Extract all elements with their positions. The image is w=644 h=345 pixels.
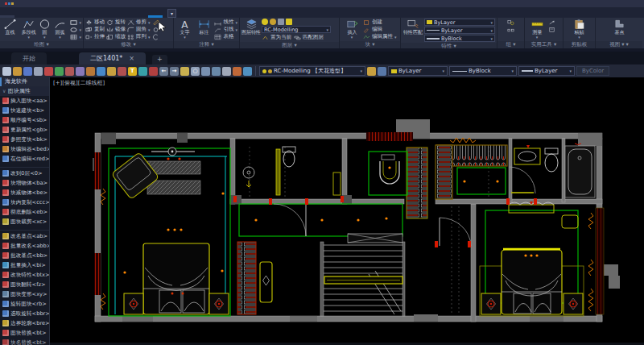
panel-title-layers[interactable]: 图层 ▾ [240,42,339,48]
calculator-icon[interactable] [222,67,231,76]
circle-button[interactable]: 圆▾ [39,19,51,39]
panel-title-block[interactable]: 块 ▾ [340,41,400,48]
sidebar-title[interactable]: 海龙软件 [0,77,49,86]
measure-button[interactable]: 测量▾ [526,19,547,39]
layer-freeze-icon[interactable] [270,19,276,25]
make-current-button[interactable]: 置为当前 [262,34,291,41]
copy-icon[interactable] [97,67,105,76]
group-button[interactable] [507,19,514,26]
zoom-icon[interactable]: ○ [191,67,200,76]
sidebar-item[interactable]: 图块变形<xy> [0,289,49,299]
image-icon[interactable] [149,67,158,76]
ribbon-linetype-combo[interactable]: ByLayer▾ [424,27,495,34]
tab-overflow-button[interactable]: ▾ [167,9,176,18]
panel-title-properties[interactable]: 特性 ▾ [401,43,497,48]
hatch-button[interactable]: ▾ [70,33,81,40]
sidebar-item[interactable]: 批量改名<abb> [0,241,49,251]
linear-dim-button[interactable]: 线性▾ [214,19,237,26]
ribbon-lineweight-combo[interactable]: ByBlock▾ [424,35,495,42]
edit-block-button[interactable]: 编辑 [363,26,397,33]
fillet-button[interactable]: 圆角▾ [127,26,151,33]
tab-drawing[interactable]: 二区1401* × [79,52,146,64]
sidebar-item[interactable]: 图块替换<bt> [0,328,49,338]
viewport-controls[interactable]: [+][俯视][二维线框] [53,79,105,87]
panel-title-clipboard[interactable]: 剪贴板 [564,41,595,48]
sidebar-item[interactable]: 块编辑器<bed> [0,144,49,154]
rotate-button[interactable]: 旋转 [106,19,126,26]
panel-title-annotate[interactable]: 注释 ▾ [174,41,239,48]
layer-states-icon[interactable] [243,67,252,76]
stretch-button[interactable]: 拉伸 [85,33,105,40]
text-button[interactable]: A 文字▾ [175,19,194,39]
layer-prev-icon[interactable] [367,67,376,76]
polyline-button[interactable]: 多段线▾ [20,19,38,39]
cut-icon[interactable] [86,67,95,76]
sidebar-item[interactable]: 改到0层<0> [0,167,49,178]
toolbar-lineweight-combo[interactable]: ByLayer▾ [518,66,575,76]
sidebar-item[interactable]: 块增物体<ba> [0,178,49,188]
pan-icon[interactable] [180,67,189,76]
line-button[interactable]: 直线 [2,19,19,35]
array-button[interactable]: 阵列▾ [127,33,151,40]
edit-attributes-button[interactable]: 编辑属性▾ [363,33,397,40]
table-icon[interactable] [138,67,147,76]
sidebar-item[interactable]: 块减物体<be> [0,188,49,197]
sidebar-item[interactable]: 改名基点<ab> [0,230,49,241]
ungroup-button[interactable] [507,27,514,34]
sidebar-item[interactable]: 彻底删除<eb> [0,207,49,217]
new-icon[interactable] [2,67,11,76]
dimension-button[interactable]: 标注 [195,19,213,35]
undo-icon[interactable]: ← [159,67,168,76]
sidebar-section-block-attributes[interactable]: ∨ 图块属性 [0,86,49,96]
redo-icon[interactable]: → [170,67,179,76]
panel-title-view[interactable]: 视图 ▾ ▾ [596,41,642,48]
tab-start[interactable]: 开始 [11,52,47,64]
panel-title-modify[interactable]: 修改 ▾ [84,41,173,48]
quick-calc-button[interactable] [548,26,555,33]
scale-button[interactable]: 缩放 [106,33,126,40]
sidebar-item[interactable]: 图块裁剪<xc> [0,217,49,227]
toolbar-color-combo[interactable]: ByLayer▾ [388,66,448,76]
panel-title-group[interactable]: 组 ▾ [497,41,524,48]
drawing-canvas[interactable]: [+][俯视][二维线框] [50,77,644,345]
match-layer-button[interactable]: 匹配图层 [294,34,324,41]
toolbar-linetype-combo[interactable]: ByBlock▾ [449,66,517,76]
web-icon[interactable] [65,67,74,76]
sidebar-item[interactable]: 批改基点<bb> [0,251,49,260]
layer-color-icon[interactable] [286,19,292,25]
create-block-button[interactable]: 创建 [363,19,397,26]
move-button[interactable]: 移动 [85,19,105,26]
panel-title-draw[interactable]: 绘图 ▾ [0,41,83,48]
sidebar-item[interactable]: 边界轮廓<bre> [0,318,49,328]
layer-properties-button[interactable]: 图层特性 [242,19,261,35]
mirror-button[interactable]: 镜像 [106,26,126,33]
id-point-button[interactable] [548,19,555,26]
print-icon[interactable] [34,67,43,76]
base-point-button[interactable]: 基点 [609,19,630,35]
zoom-window-icon[interactable] [201,67,210,76]
zoom-extents-icon[interactable] [212,67,221,76]
open-icon[interactable] [13,67,22,76]
options-icon[interactable] [233,67,242,76]
toolbar-layer-combo[interactable]: RC-Modelling 【天花造型】 ▾ [259,66,365,76]
app-logo-icon[interactable] [0,0,18,7]
close-tab-icon[interactable]: × [129,55,134,62]
sidebar-item[interactable]: 顺序编号<sb> [0,115,49,125]
sidebar-item[interactable]: 插入图块<aa> [0,96,49,106]
sidebar-item[interactable]: 选取旋转<bbr> [0,309,49,318]
rectangle-button[interactable]: ▾ [70,19,81,26]
match-properties-button[interactable]: 特性匹配 [402,19,423,35]
sidebar-item[interactable]: 图块翻转<fz> [0,280,49,289]
layer-lock-icon[interactable] [278,19,284,25]
new-tab-button[interactable]: + [152,55,167,64]
sidebar-item[interactable]: 快速建块<b> [0,106,49,115]
layer-isolate-icon[interactable] [378,67,386,76]
preview-icon[interactable] [44,67,53,76]
trim-button[interactable]: 修剪▾ [127,19,151,26]
save-icon[interactable] [23,67,32,76]
offset-button[interactable] [152,33,159,40]
publish-icon[interactable] [55,67,64,76]
leader-button[interactable]: 引线▾ [214,26,237,33]
table-button[interactable]: 表格 [214,33,237,40]
sidebar-item[interactable]: 改块特性<btx> [0,270,49,280]
